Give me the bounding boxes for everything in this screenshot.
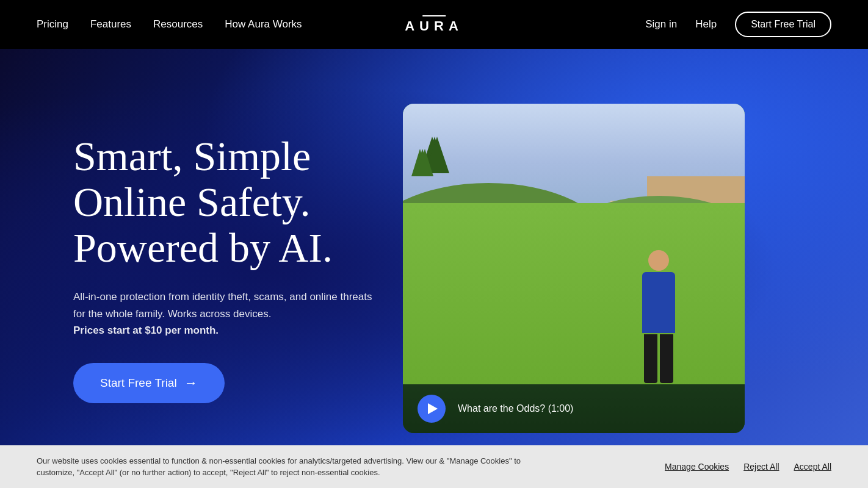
logo-overline: [422, 15, 446, 16]
nav-link-how-aura-works[interactable]: How Aura Works: [225, 18, 302, 30]
cookie-actions: Manage Cookies Reject All Accept All: [665, 462, 831, 472]
hero-title: Smart, Simple Online Safety. Powered by …: [73, 134, 378, 270]
nav-cta-button[interactable]: Start Free Trial: [735, 12, 831, 37]
arrow-icon: →: [184, 375, 198, 391]
play-icon: [428, 403, 438, 414]
person-leg-left: [644, 334, 657, 383]
hero-content: Smart, Simple Online Safety. Powered by …: [0, 134, 378, 403]
navbar: Pricing Features Resources How Aura Work…: [0, 0, 868, 49]
person-leg-right: [660, 334, 673, 383]
hero-description: All-in-one protection from identity thef…: [73, 289, 378, 339]
play-button[interactable]: [418, 395, 446, 423]
video-ground: [403, 203, 745, 384]
video-controls-bar: What are the Odds? (1:00): [403, 384, 745, 433]
nav-link-pricing[interactable]: Pricing: [37, 18, 68, 30]
person-legs: [634, 334, 683, 383]
person-head: [648, 250, 669, 271]
video-scene: [403, 104, 745, 433]
logo-wordmark: AURA: [405, 18, 463, 34]
nav-link-features[interactable]: Features: [90, 18, 131, 30]
video-person: [634, 250, 683, 384]
site-logo[interactable]: AURA: [405, 15, 463, 34]
video-title-label: What are the Odds? (1:00): [458, 403, 573, 414]
manage-cookies-link[interactable]: Manage Cookies: [665, 462, 729, 472]
hero-section: Smart, Simple Online Safety. Powered by …: [0, 49, 868, 488]
hero-video-panel: What are the Odds? (1:00): [403, 104, 745, 433]
nav-link-resources[interactable]: Resources: [153, 18, 203, 30]
hero-cta-label: Start Free Trial: [100, 376, 177, 390]
person-body: [642, 272, 675, 333]
cookie-text: Our website uses cookies essential to fu…: [37, 455, 525, 479]
cookie-banner: Our website uses cookies essential to fu…: [0, 445, 868, 488]
nav-left-links: Pricing Features Resources How Aura Work…: [37, 18, 302, 30]
nav-link-signin[interactable]: Sign in: [645, 18, 677, 30]
accept-all-link[interactable]: Accept All: [794, 462, 831, 472]
nav-right-links: Sign in Help Start Free Trial: [645, 12, 831, 37]
nav-link-help[interactable]: Help: [695, 18, 717, 30]
reject-all-link[interactable]: Reject All: [743, 462, 779, 472]
hero-cta-button[interactable]: Start Free Trial →: [73, 363, 225, 403]
